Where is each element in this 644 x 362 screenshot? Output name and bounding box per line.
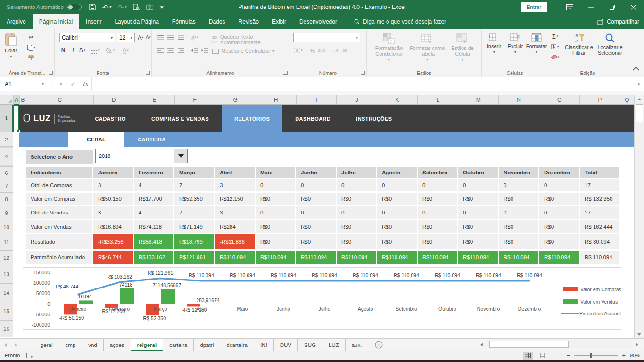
redo-icon[interactable]: ↷▾ [117,4,126,11]
row-header-9[interactable]: 9 [0,206,13,220]
dialog-launcher-icon[interactable] [361,71,365,75]
sheet-nav-right-icon[interactable] [10,339,21,351]
ribbon-tab-desenvolvedor[interactable]: Desenvolvedor [293,14,344,29]
sheet-tab-vnd[interactable]: vnd [82,339,104,351]
zoom-out-button[interactable]: − [567,352,570,359]
table-cell[interactable]: R$0 [296,234,337,251]
row-header-16[interactable]: 16 [0,321,13,337]
sheet-tab-dpatri[interactable]: dpatri [194,339,220,351]
row-header-1[interactable]: 1 [0,105,13,132]
font-size-combo[interactable]: 12▾ [117,33,135,42]
column-header-M[interactable]: M [458,95,499,105]
table-row-label[interactable]: Valor em Compras [26,193,93,206]
column-header-Q[interactable]: Q [620,95,634,105]
table-cell[interactable]: R$103.162 [134,251,174,265]
percent-style-icon[interactable]: % [307,46,317,55]
align-right-icon[interactable] [176,46,186,55]
font-color-icon[interactable]: A▾ [121,46,130,55]
table-cell[interactable]: 0 [256,179,296,193]
sheet-tab-LUZ[interactable]: LUZ [322,339,346,351]
table-cell[interactable]: R$52.350 [174,193,215,206]
table-cell[interactable]: R$0 [256,193,296,206]
ribbon-tab-arquivo[interactable]: Arquivo [0,14,33,29]
row-header-14[interactable]: 14 [0,284,13,302]
table-cell[interactable]: 3 [93,206,134,220]
table-col-header[interactable]: Fevereiro [134,167,174,179]
accounting-format-icon[interactable]: $▾ [293,46,303,55]
table-cell[interactable]: R$0 [458,220,499,234]
sheet-tab-geral[interactable]: geral [34,339,59,351]
autosum-icon[interactable]: Σ▾ [550,32,560,41]
fill-color-icon[interactable]: ▾ [106,46,115,55]
hscroll-track[interactable] [488,340,630,348]
zoom-level[interactable]: 90% [630,353,640,358]
table-cell[interactable]: R$17.700 [134,193,174,206]
column-header-N[interactable]: N [499,95,539,105]
table-cell[interactable]: R$284 [215,220,256,234]
horizontal-scrollbar[interactable]: ⁞ [472,340,642,348]
column-header-A[interactable]: A [14,95,20,105]
subtab-carteira[interactable]: CARTEIRA [124,132,180,147]
table-cell[interactable]: R$110.094 [296,251,337,265]
row-header-13[interactable]: 13 [0,265,13,284]
table-cell[interactable]: 0 [337,179,377,193]
column-header-I[interactable]: I [297,95,337,105]
name-box-caret-icon[interactable]: ▾ [42,82,44,86]
restore-icon[interactable] [602,0,623,14]
comma-style-icon[interactable]: 000 [317,46,326,55]
selected-cell-a1[interactable] [13,105,19,132]
column-header-F[interactable]: F [175,95,215,105]
table-cell[interactable]: R$0 [256,234,296,251]
sheet-tab-carteira[interactable]: carteira [163,339,194,351]
table-cell[interactable]: 7 [174,206,215,220]
table-cell[interactable]: R$74.118 [134,220,174,234]
page-layout-view-button[interactable] [537,352,548,360]
table-cell[interactable]: 3 [215,179,256,193]
row-header-15[interactable]: 15 [0,302,13,321]
save-icon[interactable] [89,4,96,10]
table-row-label[interactable]: Resultado [26,234,93,251]
row-header-12[interactable]: 12 [0,251,13,265]
table-cell[interactable]: R$0 [296,193,337,206]
column-header-P[interactable]: P [580,95,620,105]
ribbon-display-options-icon[interactable] [559,0,580,14]
table-cell[interactable]: R$110.094 [418,251,458,265]
row-header-2[interactable]: 2 [0,132,13,147]
table-row-label[interactable]: Valor em Vendas [26,220,93,234]
row-header-7[interactable]: 7 [0,179,13,193]
table-total-cell[interactable]: 17 [580,206,620,220]
column-header-E[interactable]: E [134,95,175,105]
table-cell[interactable]: R$0 [539,220,580,234]
table-col-header[interactable]: Março [174,167,215,179]
row-header-4[interactable]: 4 [0,148,13,165]
table-col-header[interactable]: Maio [256,167,296,179]
row-header-6[interactable]: 6 [0,167,13,179]
normal-view-button[interactable] [523,352,533,360]
table-col-header[interactable]: Setembro [418,167,458,179]
ribbon-tab-dados[interactable]: Dados [202,14,232,29]
align-bottom-icon[interactable] [176,33,186,41]
number-format-combo[interactable]: ▾ [293,33,360,42]
underline-button[interactable]: S▾ [77,46,87,55]
format-as-table-button[interactable]: Formatar como Tabela▾ [409,33,445,62]
sheet-tab-relgeral[interactable]: relgeral [131,339,164,351]
column-header-B[interactable]: B [20,95,26,105]
row-header-10[interactable]: 10 [0,220,13,234]
sheet-tab-dcarteira[interactable]: dcarteira [220,339,254,351]
vertical-scroll-thumb[interactable] [636,104,643,122]
year-dropdown-arrow-icon[interactable] [174,149,187,163]
table-total-cell[interactable]: R$ 132.350 [580,193,620,206]
table-cell[interactable]: 0 [377,179,418,193]
table-cell[interactable]: R$110.094 [256,251,296,265]
select-all-corner[interactable] [0,95,14,104]
sheet-tab-cmp[interactable]: cmp [59,339,83,351]
column-header-H[interactable]: H [256,95,297,105]
column-header-D[interactable]: D [94,95,134,105]
autosave-toggle[interactable] [67,4,82,10]
table-cell[interactable]: 3 [93,179,134,193]
table-cell[interactable]: R$71.149 [174,220,215,234]
table-cell[interactable]: R$0 [337,220,377,234]
font-name-combo[interactable]: Calibri▾ [59,33,115,42]
table-cell[interactable]: R$0 [499,234,539,251]
sheet-tab-SUG[interactable]: SUG [298,339,322,351]
